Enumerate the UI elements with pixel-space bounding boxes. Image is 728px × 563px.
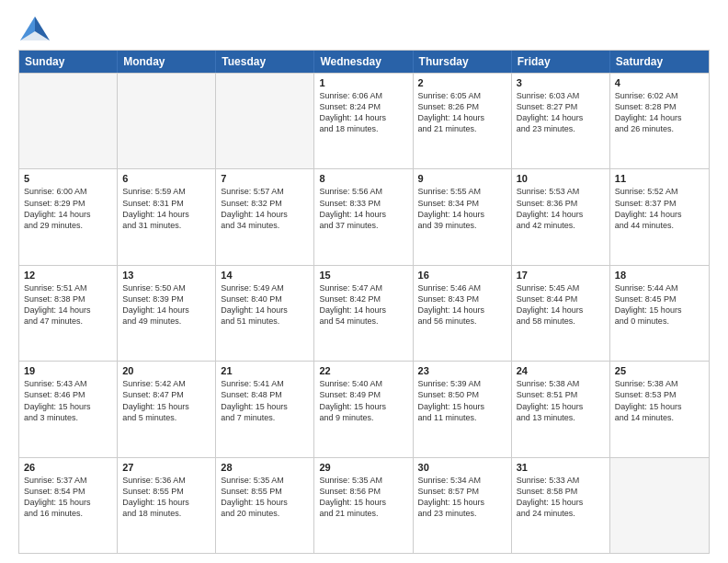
cell-day-number: 16 xyxy=(418,270,506,281)
cell-day-number: 13 xyxy=(122,270,210,281)
calendar-cell: 20Sunrise: 5:42 AM Sunset: 8:47 PM Dayli… xyxy=(118,362,216,456)
cell-day-number: 31 xyxy=(517,462,605,473)
calendar-cell: 21Sunrise: 5:41 AM Sunset: 8:48 PM Dayli… xyxy=(216,362,314,456)
cell-info: Sunrise: 5:41 AM Sunset: 8:48 PM Dayligh… xyxy=(221,378,309,423)
cell-info: Sunrise: 5:46 AM Sunset: 8:43 PM Dayligh… xyxy=(418,282,506,327)
cell-day-number: 30 xyxy=(418,462,506,473)
calendar-cell: 12Sunrise: 5:51 AM Sunset: 8:38 PM Dayli… xyxy=(19,266,118,361)
cell-info: Sunrise: 6:00 AM Sunset: 8:29 PM Dayligh… xyxy=(24,186,112,231)
cell-info: Sunrise: 5:37 AM Sunset: 8:54 PM Dayligh… xyxy=(24,475,112,520)
calendar-cell: 30Sunrise: 5:34 AM Sunset: 8:57 PM Dayli… xyxy=(414,458,512,553)
cell-day-number: 10 xyxy=(517,173,605,184)
cell-day-number: 14 xyxy=(221,270,309,281)
cell-day-number: 12 xyxy=(24,270,112,281)
cell-info: Sunrise: 6:02 AM Sunset: 8:28 PM Dayligh… xyxy=(615,90,704,135)
page: SundayMondayTuesdayWednesdayThursdayFrid… xyxy=(0,0,728,563)
calendar-body: 1Sunrise: 6:06 AM Sunset: 8:24 PM Daylig… xyxy=(19,73,709,553)
calendar-cell: 23Sunrise: 5:39 AM Sunset: 8:50 PM Dayli… xyxy=(414,362,512,456)
calendar-cell: 25Sunrise: 5:38 AM Sunset: 8:53 PM Dayli… xyxy=(610,362,709,456)
cell-day-number: 24 xyxy=(517,365,605,376)
cell-day-number: 18 xyxy=(615,270,704,281)
calendar-cell xyxy=(118,74,216,168)
calendar-cell: 13Sunrise: 5:50 AM Sunset: 8:39 PM Dayli… xyxy=(118,266,216,361)
cell-info: Sunrise: 5:42 AM Sunset: 8:47 PM Dayligh… xyxy=(122,378,210,423)
calendar-cell xyxy=(610,458,709,553)
calendar-cell: 10Sunrise: 5:53 AM Sunset: 8:36 PM Dayli… xyxy=(512,169,610,264)
calendar-week: 19Sunrise: 5:43 AM Sunset: 8:46 PM Dayli… xyxy=(19,361,709,456)
calendar-cell: 29Sunrise: 5:35 AM Sunset: 8:56 PM Dayli… xyxy=(314,458,413,553)
cell-info: Sunrise: 5:59 AM Sunset: 8:31 PM Dayligh… xyxy=(122,186,210,231)
cell-day-number: 28 xyxy=(221,462,309,473)
cell-day-number: 27 xyxy=(122,462,210,473)
calendar-cell: 3Sunrise: 6:03 AM Sunset: 8:27 PM Daylig… xyxy=(512,74,610,168)
logo xyxy=(18,15,55,42)
cell-info: Sunrise: 5:36 AM Sunset: 8:55 PM Dayligh… xyxy=(122,475,210,520)
cell-day-number: 23 xyxy=(418,365,506,376)
cell-day-number: 4 xyxy=(615,77,704,88)
cell-day-number: 9 xyxy=(418,173,506,184)
weekday-header: Monday xyxy=(118,51,216,73)
calendar-cell: 5Sunrise: 6:00 AM Sunset: 8:29 PM Daylig… xyxy=(19,169,118,264)
weekday-header: Friday xyxy=(512,51,610,73)
weekday-header: Tuesday xyxy=(216,51,314,73)
cell-day-number: 3 xyxy=(517,77,605,88)
calendar-cell: 9Sunrise: 5:55 AM Sunset: 8:34 PM Daylig… xyxy=(414,169,512,264)
cell-day-number: 20 xyxy=(122,365,210,376)
calendar-cell: 4Sunrise: 6:02 AM Sunset: 8:28 PM Daylig… xyxy=(610,74,709,168)
cell-day-number: 26 xyxy=(24,462,112,473)
cell-info: Sunrise: 5:50 AM Sunset: 8:39 PM Dayligh… xyxy=(122,282,210,327)
calendar-cell: 11Sunrise: 5:52 AM Sunset: 8:37 PM Dayli… xyxy=(610,169,709,264)
cell-info: Sunrise: 5:49 AM Sunset: 8:40 PM Dayligh… xyxy=(221,282,309,327)
calendar-cell: 6Sunrise: 5:59 AM Sunset: 8:31 PM Daylig… xyxy=(118,169,216,264)
calendar-cell: 8Sunrise: 5:56 AM Sunset: 8:33 PM Daylig… xyxy=(314,169,413,264)
weekday-header: Wednesday xyxy=(314,51,413,73)
cell-info: Sunrise: 5:35 AM Sunset: 8:56 PM Dayligh… xyxy=(319,475,407,520)
calendar-cell xyxy=(19,74,118,168)
calendar: SundayMondayTuesdayWednesdayThursdayFrid… xyxy=(18,50,710,554)
weekday-header: Saturday xyxy=(610,51,709,73)
calendar-cell: 14Sunrise: 5:49 AM Sunset: 8:40 PM Dayli… xyxy=(216,266,314,361)
cell-info: Sunrise: 5:34 AM Sunset: 8:57 PM Dayligh… xyxy=(418,475,506,520)
cell-day-number: 19 xyxy=(24,365,112,376)
cell-day-number: 7 xyxy=(221,173,309,184)
calendar-week: 5Sunrise: 6:00 AM Sunset: 8:29 PM Daylig… xyxy=(19,168,709,264)
cell-day-number: 29 xyxy=(319,462,407,473)
cell-info: Sunrise: 5:40 AM Sunset: 8:49 PM Dayligh… xyxy=(319,378,407,423)
calendar-cell: 19Sunrise: 5:43 AM Sunset: 8:46 PM Dayli… xyxy=(19,362,118,456)
calendar-cell: 28Sunrise: 5:35 AM Sunset: 8:55 PM Dayli… xyxy=(216,458,314,553)
weekday-header: Thursday xyxy=(414,51,512,73)
cell-info: Sunrise: 5:52 AM Sunset: 8:37 PM Dayligh… xyxy=(615,186,704,231)
calendar-cell: 24Sunrise: 5:38 AM Sunset: 8:51 PM Dayli… xyxy=(512,362,610,456)
cell-info: Sunrise: 6:03 AM Sunset: 8:27 PM Dayligh… xyxy=(517,90,605,135)
cell-info: Sunrise: 6:05 AM Sunset: 8:26 PM Dayligh… xyxy=(418,90,506,135)
header xyxy=(18,15,710,42)
calendar-cell: 18Sunrise: 5:44 AM Sunset: 8:45 PM Dayli… xyxy=(610,266,709,361)
calendar-cell: 27Sunrise: 5:36 AM Sunset: 8:55 PM Dayli… xyxy=(118,458,216,553)
weekday-header: Sunday xyxy=(19,51,118,73)
cell-day-number: 17 xyxy=(517,270,605,281)
calendar-cell: 16Sunrise: 5:46 AM Sunset: 8:43 PM Dayli… xyxy=(414,266,512,361)
calendar-week: 12Sunrise: 5:51 AM Sunset: 8:38 PM Dayli… xyxy=(19,265,709,361)
calendar-cell xyxy=(216,74,314,168)
cell-info: Sunrise: 5:38 AM Sunset: 8:53 PM Dayligh… xyxy=(615,378,704,423)
calendar-cell: 1Sunrise: 6:06 AM Sunset: 8:24 PM Daylig… xyxy=(314,74,413,168)
calendar-cell: 31Sunrise: 5:33 AM Sunset: 8:58 PM Dayli… xyxy=(512,458,610,553)
cell-info: Sunrise: 5:55 AM Sunset: 8:34 PM Dayligh… xyxy=(418,186,506,231)
cell-info: Sunrise: 5:51 AM Sunset: 8:38 PM Dayligh… xyxy=(24,282,112,327)
logo-icon xyxy=(18,15,51,42)
cell-day-number: 11 xyxy=(615,173,704,184)
calendar-cell: 15Sunrise: 5:47 AM Sunset: 8:42 PM Dayli… xyxy=(314,266,413,361)
cell-day-number: 21 xyxy=(221,365,309,376)
cell-info: Sunrise: 5:35 AM Sunset: 8:55 PM Dayligh… xyxy=(221,475,309,520)
cell-info: Sunrise: 5:39 AM Sunset: 8:50 PM Dayligh… xyxy=(418,378,506,423)
calendar-header-row: SundayMondayTuesdayWednesdayThursdayFrid… xyxy=(19,51,709,73)
calendar-cell: 7Sunrise: 5:57 AM Sunset: 8:32 PM Daylig… xyxy=(216,169,314,264)
cell-info: Sunrise: 5:53 AM Sunset: 8:36 PM Dayligh… xyxy=(517,186,605,231)
cell-day-number: 8 xyxy=(319,173,407,184)
cell-day-number: 5 xyxy=(24,173,112,184)
cell-day-number: 25 xyxy=(615,365,704,376)
cell-day-number: 1 xyxy=(319,77,407,88)
cell-info: Sunrise: 5:47 AM Sunset: 8:42 PM Dayligh… xyxy=(319,282,407,327)
calendar-cell: 17Sunrise: 5:45 AM Sunset: 8:44 PM Dayli… xyxy=(512,266,610,361)
calendar-week: 1Sunrise: 6:06 AM Sunset: 8:24 PM Daylig… xyxy=(19,73,709,168)
